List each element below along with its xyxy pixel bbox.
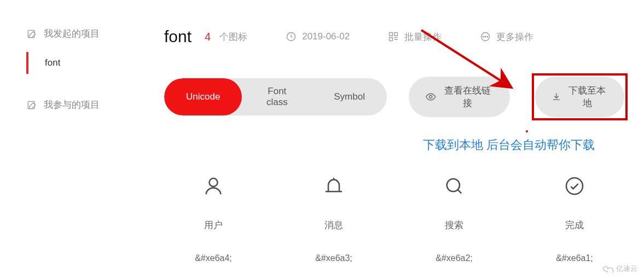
svg-point-7 xyxy=(483,36,484,37)
svg-point-12 xyxy=(447,179,460,192)
svg-rect-5 xyxy=(390,38,393,41)
tab-symbol[interactable]: Symbol xyxy=(312,78,387,115)
icon-item-user[interactable]: 用户 &#xe6a4; xyxy=(186,175,241,263)
icon-count: 4 xyxy=(205,31,211,43)
view-link-label: 查看在线链接 xyxy=(442,84,494,109)
sidebar: 我发起的项目 font 我参与的项目 xyxy=(0,27,137,263)
svg-point-8 xyxy=(485,36,486,37)
svg-point-10 xyxy=(430,95,432,98)
annotation-text: 下载到本地 后台会自动帮你下载 xyxy=(164,137,628,153)
sidebar-group-label: 我参与的项目 xyxy=(44,99,100,111)
project-title: font xyxy=(164,27,192,46)
eye-icon xyxy=(425,91,436,103)
svg-point-11 xyxy=(210,178,218,187)
project-header: font 4 个图标 2019-06-02 批量操作 更多操作 xyxy=(164,27,628,46)
icon-code: &#xe6a3; xyxy=(315,253,352,263)
tab-fontclass[interactable]: Font class xyxy=(242,78,312,115)
user-icon xyxy=(202,175,224,197)
icon-grid: 用户 &#xe6a4; 消息 &#xe6a3; 搜索 &#xe6a2; 完成 &… xyxy=(164,175,628,263)
sidebar-group-joined-projects[interactable]: 我参与的项目 xyxy=(26,99,126,111)
download-highlight-box: 下载至本地 xyxy=(532,73,628,120)
check-circle-icon xyxy=(564,175,585,197)
format-tabs: Unicode Font class Symbol xyxy=(164,78,387,115)
svg-point-13 xyxy=(566,178,583,194)
svg-rect-4 xyxy=(394,33,398,36)
more-operations[interactable]: 更多操作 xyxy=(480,31,533,43)
date-text: 2019-06-02 xyxy=(302,31,350,42)
download-label: 下载至本地 xyxy=(567,84,608,109)
more-icon xyxy=(480,31,491,42)
batch-label: 批量操作 xyxy=(404,31,442,43)
icon-label: 搜索 xyxy=(445,219,463,231)
download-local-button[interactable]: 下载至本地 xyxy=(535,77,624,117)
more-label: 更多操作 xyxy=(496,31,533,43)
icon-item-search[interactable]: 搜索 &#xe6a2; xyxy=(427,175,481,263)
svg-rect-3 xyxy=(390,33,393,36)
icon-label: 消息 xyxy=(324,219,343,231)
tab-unicode[interactable]: Unicode xyxy=(164,78,242,115)
icon-code: &#xe6a1; xyxy=(556,253,593,263)
actions-row: Unicode Font class Symbol 查看在线链接 下载至本地 xyxy=(164,73,628,120)
icon-count-label: 个图标 xyxy=(219,31,247,43)
download-icon xyxy=(552,91,561,102)
icon-code: &#xe6a4; xyxy=(195,253,232,263)
icon-label: 用户 xyxy=(204,219,223,231)
bell-icon xyxy=(323,175,345,197)
batch-icon xyxy=(388,31,399,42)
search-icon xyxy=(443,175,465,197)
project-date: 2019-06-02 xyxy=(286,31,350,42)
main-content: font 4 个图标 2019-06-02 批量操作 更多操作 Unicode … xyxy=(137,27,644,263)
clock-icon xyxy=(286,31,297,42)
sidebar-item-font[interactable]: font xyxy=(26,52,126,74)
edit-icon xyxy=(26,28,37,39)
sidebar-item-label: font xyxy=(45,57,60,68)
view-online-link-button[interactable]: 查看在线链接 xyxy=(409,77,510,117)
icon-item-done[interactable]: 完成 &#xe6a1; xyxy=(547,175,602,263)
icon-code: &#xe6a2; xyxy=(436,253,473,263)
sidebar-group-my-projects[interactable]: 我发起的项目 xyxy=(26,27,126,40)
edit-icon xyxy=(26,100,37,111)
batch-operations[interactable]: 批量操作 xyxy=(388,31,442,43)
icon-item-message[interactable]: 消息 &#xe6a3; xyxy=(306,175,361,263)
watermark-logo-icon xyxy=(602,265,614,273)
svg-point-9 xyxy=(487,36,488,37)
watermark: 亿速云 xyxy=(602,264,637,274)
sidebar-group-label: 我发起的项目 xyxy=(44,27,100,40)
icon-label: 完成 xyxy=(565,219,584,231)
watermark-text: 亿速云 xyxy=(616,264,637,274)
